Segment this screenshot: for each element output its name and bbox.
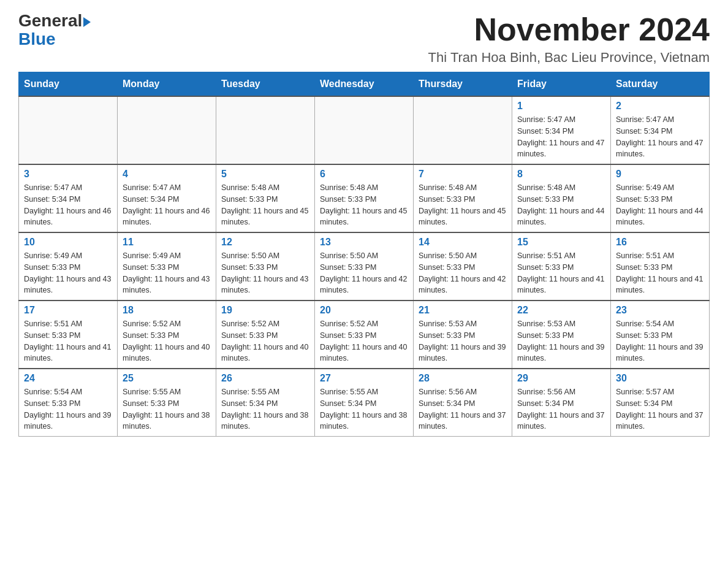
day-number: 9 (616, 169, 704, 180)
month-title: November 2024 (428, 12, 710, 47)
calendar-cell: 11Sunrise: 5:49 AMSunset: 5:33 PMDayligh… (118, 232, 216, 301)
calendar-cell: 10Sunrise: 5:49 AMSunset: 5:33 PMDayligh… (19, 232, 118, 301)
day-number: 28 (419, 373, 507, 384)
day-number: 29 (517, 373, 605, 384)
day-number: 5 (221, 169, 309, 180)
calendar-week-1: 1Sunrise: 5:47 AMSunset: 5:34 PMDaylight… (19, 96, 710, 164)
day-number: 12 (221, 237, 309, 248)
calendar-cell: 17Sunrise: 5:51 AMSunset: 5:33 PMDayligh… (19, 301, 118, 369)
day-info: Sunrise: 5:53 AMSunset: 5:33 PMDaylight:… (419, 318, 507, 364)
calendar-body: 1Sunrise: 5:47 AMSunset: 5:34 PMDaylight… (19, 96, 710, 437)
calendar-cell: 28Sunrise: 5:56 AMSunset: 5:34 PMDayligh… (414, 369, 512, 437)
calendar-cell: 23Sunrise: 5:54 AMSunset: 5:33 PMDayligh… (611, 301, 710, 369)
day-number: 7 (419, 169, 507, 180)
day-info: Sunrise: 5:52 AMSunset: 5:33 PMDaylight:… (123, 318, 211, 364)
calendar-week-5: 24Sunrise: 5:54 AMSunset: 5:33 PMDayligh… (19, 369, 710, 437)
day-info: Sunrise: 5:48 AMSunset: 5:33 PMDaylight:… (517, 182, 605, 228)
logo-blue-text: Blue (18, 31, 56, 48)
calendar-cell (118, 96, 216, 164)
calendar-cell (216, 96, 315, 164)
day-number: 24 (24, 373, 112, 384)
calendar-cell: 20Sunrise: 5:52 AMSunset: 5:33 PMDayligh… (315, 301, 414, 369)
weekday-header-saturday: Saturday (611, 72, 710, 97)
calendar-cell: 5Sunrise: 5:48 AMSunset: 5:33 PMDaylight… (216, 164, 315, 232)
day-number: 6 (320, 169, 408, 180)
calendar-table: SundayMondayTuesdayWednesdayThursdayFrid… (18, 72, 710, 437)
calendar-cell: 29Sunrise: 5:56 AMSunset: 5:34 PMDayligh… (512, 369, 611, 437)
day-info: Sunrise: 5:50 AMSunset: 5:33 PMDaylight:… (320, 250, 408, 296)
calendar-cell: 24Sunrise: 5:54 AMSunset: 5:33 PMDayligh… (19, 369, 118, 437)
logo-arrow-icon (83, 17, 91, 27)
day-number: 18 (123, 305, 211, 316)
day-number: 22 (517, 305, 605, 316)
calendar-cell (19, 96, 118, 164)
calendar-cell: 15Sunrise: 5:51 AMSunset: 5:33 PMDayligh… (512, 232, 611, 301)
day-number: 23 (616, 305, 704, 316)
day-number: 1 (517, 101, 605, 112)
day-info: Sunrise: 5:48 AMSunset: 5:33 PMDaylight:… (221, 182, 309, 228)
day-number: 21 (419, 305, 507, 316)
day-info: Sunrise: 5:48 AMSunset: 5:33 PMDaylight:… (320, 182, 408, 228)
day-info: Sunrise: 5:55 AMSunset: 5:33 PMDaylight:… (123, 386, 211, 432)
day-info: Sunrise: 5:56 AMSunset: 5:34 PMDaylight:… (419, 386, 507, 432)
day-info: Sunrise: 5:51 AMSunset: 5:33 PMDaylight:… (616, 250, 704, 296)
day-info: Sunrise: 5:47 AMSunset: 5:34 PMDaylight:… (616, 114, 704, 160)
day-info: Sunrise: 5:54 AMSunset: 5:33 PMDaylight:… (616, 318, 704, 364)
calendar-cell: 1Sunrise: 5:47 AMSunset: 5:34 PMDaylight… (512, 96, 611, 164)
day-info: Sunrise: 5:55 AMSunset: 5:34 PMDaylight:… (320, 386, 408, 432)
day-number: 30 (616, 373, 704, 384)
day-info: Sunrise: 5:50 AMSunset: 5:33 PMDaylight:… (221, 250, 309, 296)
day-number: 19 (221, 305, 309, 316)
weekday-header-monday: Monday (118, 72, 216, 97)
calendar-cell: 6Sunrise: 5:48 AMSunset: 5:33 PMDaylight… (315, 164, 414, 232)
logo: General Blue (18, 12, 91, 48)
calendar-header: SundayMondayTuesdayWednesdayThursdayFrid… (19, 72, 710, 97)
day-info: Sunrise: 5:56 AMSunset: 5:34 PMDaylight:… (517, 386, 605, 432)
calendar-cell: 4Sunrise: 5:47 AMSunset: 5:34 PMDaylight… (118, 164, 216, 232)
day-info: Sunrise: 5:50 AMSunset: 5:33 PMDaylight:… (419, 250, 507, 296)
day-number: 2 (616, 101, 704, 112)
day-number: 17 (24, 305, 112, 316)
day-info: Sunrise: 5:47 AMSunset: 5:34 PMDaylight:… (24, 182, 112, 228)
day-info: Sunrise: 5:47 AMSunset: 5:34 PMDaylight:… (123, 182, 211, 228)
day-info: Sunrise: 5:49 AMSunset: 5:33 PMDaylight:… (24, 250, 112, 296)
day-number: 8 (517, 169, 605, 180)
day-number: 16 (616, 237, 704, 248)
day-number: 14 (419, 237, 507, 248)
day-number: 13 (320, 237, 408, 248)
day-number: 25 (123, 373, 211, 384)
day-number: 20 (320, 305, 408, 316)
calendar-cell: 21Sunrise: 5:53 AMSunset: 5:33 PMDayligh… (414, 301, 512, 369)
day-number: 26 (221, 373, 309, 384)
weekday-header-wednesday: Wednesday (315, 72, 414, 97)
day-number: 3 (24, 169, 112, 180)
day-number: 15 (517, 237, 605, 248)
day-number: 11 (123, 237, 211, 248)
calendar-cell: 12Sunrise: 5:50 AMSunset: 5:33 PMDayligh… (216, 232, 315, 301)
calendar-week-4: 17Sunrise: 5:51 AMSunset: 5:33 PMDayligh… (19, 301, 710, 369)
weekday-row: SundayMondayTuesdayWednesdayThursdayFrid… (19, 72, 710, 97)
weekday-header-thursday: Thursday (414, 72, 512, 97)
day-info: Sunrise: 5:49 AMSunset: 5:33 PMDaylight:… (616, 182, 704, 228)
calendar-cell: 14Sunrise: 5:50 AMSunset: 5:33 PMDayligh… (414, 232, 512, 301)
calendar-cell: 16Sunrise: 5:51 AMSunset: 5:33 PMDayligh… (611, 232, 710, 301)
calendar-week-2: 3Sunrise: 5:47 AMSunset: 5:34 PMDaylight… (19, 164, 710, 232)
title-area: November 2024 Thi Tran Hoa Binh, Bac Lie… (428, 12, 710, 66)
calendar-cell: 7Sunrise: 5:48 AMSunset: 5:33 PMDaylight… (414, 164, 512, 232)
day-number: 4 (123, 169, 211, 180)
day-info: Sunrise: 5:55 AMSunset: 5:34 PMDaylight:… (221, 386, 309, 432)
day-info: Sunrise: 5:57 AMSunset: 5:34 PMDaylight:… (616, 386, 704, 432)
logo-general-text: General (18, 12, 91, 29)
day-info: Sunrise: 5:54 AMSunset: 5:33 PMDaylight:… (24, 386, 112, 432)
calendar-cell: 9Sunrise: 5:49 AMSunset: 5:33 PMDaylight… (611, 164, 710, 232)
calendar-week-3: 10Sunrise: 5:49 AMSunset: 5:33 PMDayligh… (19, 232, 710, 301)
calendar-cell: 22Sunrise: 5:53 AMSunset: 5:33 PMDayligh… (512, 301, 611, 369)
day-info: Sunrise: 5:51 AMSunset: 5:33 PMDaylight:… (24, 318, 112, 364)
calendar-cell: 30Sunrise: 5:57 AMSunset: 5:34 PMDayligh… (611, 369, 710, 437)
page-header: General Blue November 2024 Thi Tran Hoa … (18, 12, 710, 66)
calendar-cell: 8Sunrise: 5:48 AMSunset: 5:33 PMDaylight… (512, 164, 611, 232)
calendar-cell (315, 96, 414, 164)
calendar-cell: 19Sunrise: 5:52 AMSunset: 5:33 PMDayligh… (216, 301, 315, 369)
calendar-cell: 27Sunrise: 5:55 AMSunset: 5:34 PMDayligh… (315, 369, 414, 437)
weekday-header-tuesday: Tuesday (216, 72, 315, 97)
